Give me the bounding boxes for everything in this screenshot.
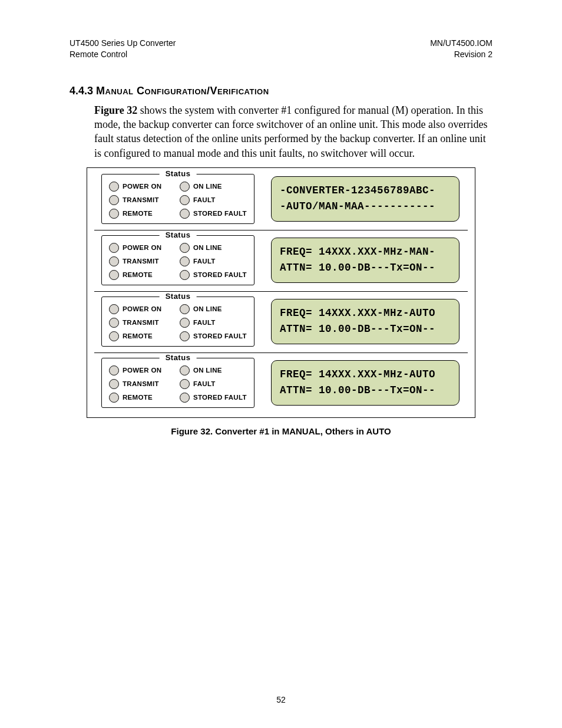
led-remote: REMOTE — [109, 209, 176, 219]
page-header: UT4500 Series Up Converter Remote Contro… — [70, 38, 492, 60]
status-panel: Status POWER ON ON LINE TRANSMIT FAULT R… — [101, 174, 254, 224]
section-heading: 4.4.3 Manual Configuration/Verification — [70, 85, 492, 97]
led-fault: FAULT — [180, 318, 247, 328]
led-icon — [109, 318, 119, 328]
status-panel: Status POWER ON ON LINE TRANSMIT FAULT R… — [101, 358, 254, 408]
section-title: Manual Configuration/Verification — [96, 85, 269, 97]
page-number: 52 — [0, 695, 562, 704]
header-right-line2: Revision 2 — [430, 49, 492, 60]
led-on-line: ON LINE — [180, 365, 247, 375]
led-icon — [109, 182, 119, 192]
led-remote: REMOTE — [109, 270, 176, 280]
led-icon — [109, 393, 119, 403]
lcd-display-4: FREQ= 14XXX.XXX-MHz-AUTO ATTN= 10.00-DB-… — [271, 360, 459, 405]
unit-row-4: Status POWER ON ON LINE TRANSMIT FAULT R… — [94, 353, 468, 414]
led-icon — [180, 182, 190, 192]
led-icon — [109, 243, 119, 253]
led-icon — [180, 304, 190, 314]
led-icon — [180, 379, 190, 389]
led-icon — [109, 209, 119, 219]
page: UT4500 Series Up Converter Remote Contro… — [0, 0, 562, 728]
led-fault: FAULT — [180, 195, 247, 205]
header-left-line1: UT4500 Series Up Converter — [70, 38, 176, 49]
status-panel: Status POWER ON ON LINE TRANSMIT FAULT R… — [101, 297, 254, 347]
header-right-line1: MN/UT4500.IOM — [430, 38, 492, 49]
led-power-on: POWER ON — [109, 304, 176, 314]
status-legend: Status — [160, 169, 197, 178]
unit-row-2: Status POWER ON ON LINE TRANSMIT FAULT R… — [94, 230, 468, 291]
led-grid: POWER ON ON LINE TRANSMIT FAULT REMOTE S… — [109, 365, 247, 403]
led-remote: REMOTE — [109, 331, 176, 341]
figure-caption: Figure 32. Converter #1 in MANUAL, Other… — [70, 426, 492, 436]
led-transmit: TRANSMIT — [109, 379, 176, 389]
led-stored-fault: STORED FAULT — [180, 270, 247, 280]
status-legend: Status — [160, 292, 197, 301]
led-power-on: POWER ON — [109, 243, 176, 253]
led-icon — [180, 365, 190, 375]
led-transmit: TRANSMIT — [109, 318, 176, 328]
lcd-display-2: FREQ= 14XXX.XXX-MHz-MAN- ATTN= 10.00-DB-… — [271, 238, 459, 282]
led-icon — [109, 195, 119, 205]
led-icon — [109, 304, 119, 314]
led-stored-fault: STORED FAULT — [180, 331, 247, 341]
led-icon — [180, 243, 190, 253]
led-grid: POWER ON ON LINE TRANSMIT FAULT REMOTE S… — [109, 243, 247, 280]
header-left-line2: Remote Control — [70, 49, 176, 60]
lcd-display-1: -CONVERTER-123456789ABC- -AUTO/MAN-MAA--… — [271, 176, 459, 221]
body-paragraph: Figure 32 shows the system with converte… — [94, 103, 492, 160]
led-power-on: POWER ON — [109, 182, 176, 192]
led-icon — [109, 256, 119, 266]
led-grid: POWER ON ON LINE TRANSMIT FAULT REMOTE S… — [109, 182, 247, 219]
led-icon — [180, 195, 190, 205]
status-legend: Status — [160, 230, 197, 239]
led-icon — [180, 270, 190, 280]
led-on-line: ON LINE — [180, 182, 247, 192]
led-remote: REMOTE — [109, 393, 176, 403]
led-stored-fault: STORED FAULT — [180, 209, 247, 219]
led-icon — [109, 365, 119, 375]
led-icon — [180, 393, 190, 403]
led-icon — [109, 270, 119, 280]
lcd-display-3: FREQ= 14XXX.XXX-MHz-AUTO ATTN= 10.00-DB-… — [271, 299, 459, 344]
header-left: UT4500 Series Up Converter Remote Contro… — [70, 38, 176, 60]
led-on-line: ON LINE — [180, 243, 247, 253]
led-power-on: POWER ON — [109, 365, 176, 375]
led-stored-fault: STORED FAULT — [180, 393, 247, 403]
paragraph-rest: shows the system with converter #1 confi… — [94, 104, 487, 159]
led-icon — [109, 331, 119, 341]
led-transmit: TRANSMIT — [109, 256, 176, 266]
led-fault: FAULT — [180, 379, 247, 389]
led-icon — [180, 209, 190, 219]
led-fault: FAULT — [180, 256, 247, 266]
led-icon — [109, 379, 119, 389]
header-right: MN/UT4500.IOM Revision 2 — [430, 38, 492, 60]
status-panel: Status POWER ON ON LINE TRANSMIT FAULT R… — [101, 235, 254, 285]
figure-ref: Figure 32 — [94, 104, 137, 116]
unit-row-3: Status POWER ON ON LINE TRANSMIT FAULT R… — [94, 291, 468, 353]
unit-row-1: Status POWER ON ON LINE TRANSMIT FAULT R… — [94, 172, 468, 230]
section-number: 4.4.3 — [70, 85, 93, 97]
status-legend: Status — [160, 353, 197, 362]
led-icon — [180, 256, 190, 266]
led-transmit: TRANSMIT — [109, 195, 176, 205]
led-on-line: ON LINE — [180, 304, 247, 314]
led-icon — [180, 331, 190, 341]
led-icon — [180, 318, 190, 328]
figure-frame: Status POWER ON ON LINE TRANSMIT FAULT R… — [87, 167, 475, 418]
led-grid: POWER ON ON LINE TRANSMIT FAULT REMOTE S… — [109, 304, 247, 341]
